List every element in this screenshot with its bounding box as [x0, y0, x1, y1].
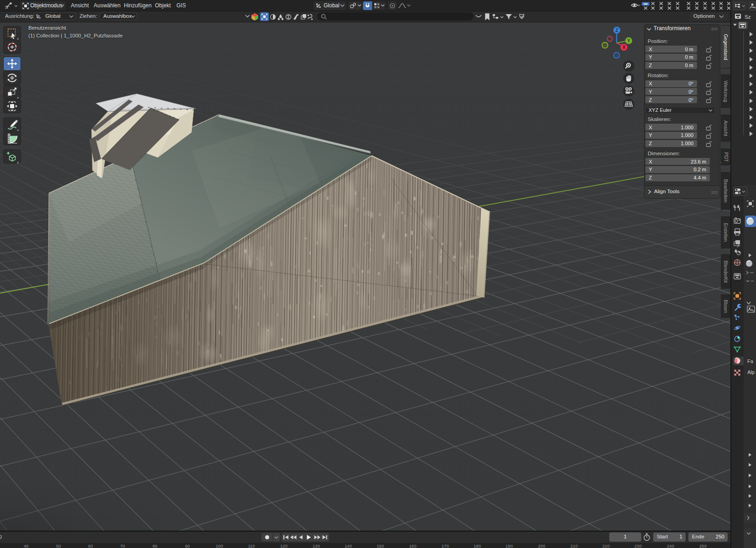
svg-text:Fa: Fa: [747, 358, 754, 364]
svg-text:Y: Y: [627, 38, 630, 43]
svg-text:Alp: Alp: [747, 369, 755, 375]
svg-text:Sz: Sz: [745, 14, 751, 20]
svg-text:Z: Z: [615, 28, 618, 33]
svg-text:X: X: [623, 45, 626, 50]
